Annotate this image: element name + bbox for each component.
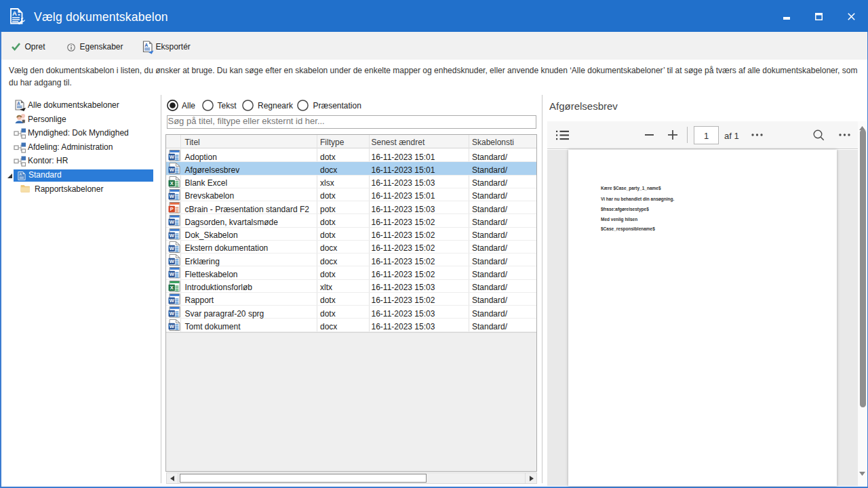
svg-text:W: W	[169, 167, 174, 173]
svg-text:W: W	[169, 154, 174, 160]
svg-text:X: X	[170, 285, 173, 291]
svg-text:W: W	[169, 310, 174, 317]
svg-text:W: W	[169, 323, 174, 329]
svg-text:A: A	[20, 172, 22, 176]
svg-text:W: W	[169, 271, 174, 277]
svg-text:W: W	[169, 258, 174, 264]
svg-text:X: X	[170, 180, 173, 186]
svg-text:A: A	[12, 9, 17, 17]
svg-text:W: W	[169, 193, 174, 199]
svg-text:A: A	[144, 43, 148, 47]
svg-text:W: W	[169, 298, 174, 304]
svg-text:A: A	[17, 101, 20, 106]
svg-text:P: P	[170, 206, 173, 212]
svg-text:W: W	[169, 219, 174, 225]
svg-text:W: W	[169, 245, 174, 251]
svg-text:W: W	[169, 232, 174, 239]
